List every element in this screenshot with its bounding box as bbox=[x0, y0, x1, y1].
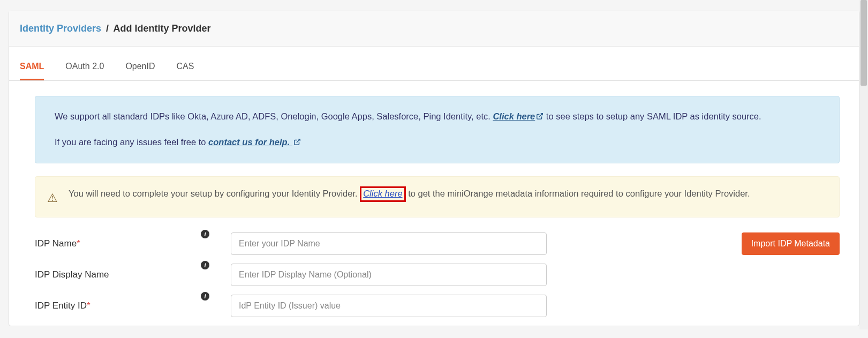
form-row-idp-display-name: IDP Display Name i bbox=[35, 264, 840, 286]
form-row-idp-entity-id: IDP Entity ID* i bbox=[35, 295, 840, 317]
info-line-1: We support all standard IDPs like Okta, … bbox=[55, 109, 820, 124]
main-panel: Identity Providers / Add Identity Provid… bbox=[9, 11, 859, 326]
warning-text: You will need to complete your setup by … bbox=[69, 186, 750, 202]
tab-bar: SAML OAuth 2.0 OpenID CAS bbox=[9, 54, 859, 81]
info-text: We support all standard IDPs like Okta, … bbox=[55, 111, 493, 121]
tab-openid[interactable]: OpenID bbox=[125, 54, 155, 80]
external-link-icon bbox=[293, 136, 301, 149]
import-idp-metadata-button[interactable]: Import IDP Metadata bbox=[742, 232, 840, 255]
tab-oauth[interactable]: OAuth 2.0 bbox=[65, 54, 104, 80]
breadcrumb-parent-link[interactable]: Identity Providers bbox=[20, 23, 101, 34]
idp-name-input[interactable] bbox=[231, 232, 547, 255]
breadcrumb: Identity Providers / Add Identity Provid… bbox=[9, 11, 859, 47]
tab-cas[interactable]: CAS bbox=[177, 54, 194, 80]
tab-content: We support all standard IDPs like Okta, … bbox=[9, 81, 859, 317]
highlighted-box: Click here bbox=[360, 186, 405, 202]
scrollbar-thumb[interactable] bbox=[861, 0, 867, 86]
warning-alert: ⚠ You will need to complete your setup b… bbox=[35, 176, 840, 217]
warning-icon: ⚠ bbox=[47, 189, 58, 207]
tab-saml[interactable]: SAML bbox=[20, 54, 44, 80]
external-link-icon bbox=[536, 110, 544, 124]
warn-text-a: You will need to complete your setup by … bbox=[69, 189, 360, 198]
info-icon[interactable]: i bbox=[201, 292, 209, 301]
info-icon[interactable]: i bbox=[201, 230, 209, 238]
click-here-steps-link[interactable]: Click here bbox=[493, 111, 544, 121]
idp-display-name-input[interactable] bbox=[231, 264, 547, 286]
label-idp-entity-id: IDP Entity ID* bbox=[35, 301, 201, 311]
info-line-2: If you are facing any issues feel free t… bbox=[55, 135, 820, 150]
breadcrumb-current: Add Identity Provider bbox=[113, 23, 210, 34]
contact-us-link[interactable]: contact us for help. bbox=[208, 137, 301, 147]
scrollbar-track[interactable] bbox=[859, 0, 868, 329]
svg-line-0 bbox=[539, 114, 542, 117]
breadcrumb-separator: / bbox=[106, 23, 109, 34]
info-alert: We support all standard IDPs like Okta, … bbox=[35, 96, 840, 163]
idp-entity-id-input[interactable] bbox=[231, 295, 547, 317]
info-icon[interactable]: i bbox=[201, 261, 209, 269]
svg-line-1 bbox=[297, 139, 300, 142]
info-text: to see steps to setup any SAML IDP as id… bbox=[546, 111, 761, 121]
warn-text-b: to get the miniOrange metadata informati… bbox=[406, 189, 750, 198]
label-idp-name: IDP Name* bbox=[35, 238, 201, 249]
label-idp-display-name: IDP Display Name bbox=[35, 269, 201, 280]
click-here-metadata-link[interactable]: Click here bbox=[363, 189, 402, 198]
info-text: If you are facing any issues feel free t… bbox=[55, 137, 208, 147]
form-row-idp-name: IDP Name* i Import IDP Metadata bbox=[35, 232, 840, 255]
required-asterisk: * bbox=[77, 238, 80, 249]
required-asterisk: * bbox=[87, 301, 90, 311]
